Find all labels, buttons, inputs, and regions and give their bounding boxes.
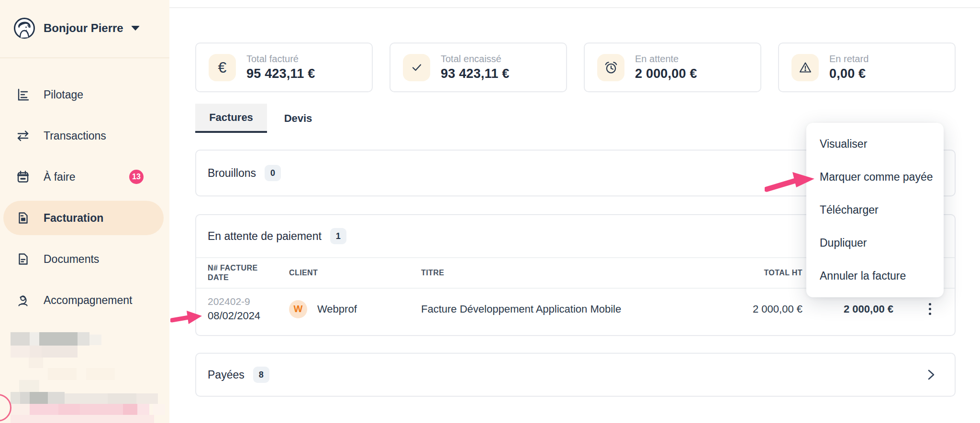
sidebar-item-label: Documents: [44, 253, 99, 266]
col-header-facture-date: N# FACTURE DATE: [208, 263, 289, 282]
chart-icon: [16, 87, 30, 102]
card-label: En retard: [829, 54, 869, 65]
sidebar-item-label: Pilotage: [44, 88, 83, 101]
card-en-retard: En retard 0,00 €: [778, 43, 956, 92]
check-icon: [403, 54, 430, 81]
sidebar-item-a-faire[interactable]: À faire 13: [3, 160, 164, 194]
user-avatar: [13, 17, 35, 39]
tab-devis[interactable]: Devis: [267, 104, 329, 133]
row-actions-kebab-button[interactable]: [920, 299, 939, 320]
invoice-total-ht: 2 000,00 €: [702, 303, 802, 315]
alarm-clock-icon: [597, 54, 624, 81]
sidebar-item-transactions[interactable]: Transactions: [3, 119, 164, 153]
chevron-down-icon: [131, 26, 140, 31]
app-root: Bonjour Pierre Pilotage Transactions: [0, 0, 980, 423]
chevron-right-icon[interactable]: [926, 368, 936, 382]
card-en-attente: En attente 2 000,00 €: [584, 43, 761, 92]
sidebar-item-pilotage[interactable]: Pilotage: [3, 77, 164, 112]
client-avatar: W: [289, 300, 307, 318]
sidebar-item-documents[interactable]: Documents: [3, 242, 164, 276]
transfer-arrows-icon: [16, 129, 30, 143]
tab-factures[interactable]: Factures: [195, 104, 267, 133]
client-name: Webprof: [317, 303, 357, 315]
col-header-total-ht: TOTAL HT: [702, 268, 802, 278]
section-count-badge: 0: [265, 165, 281, 181]
card-total-encaisse: Total encaissé 93 423,11 €: [390, 43, 567, 92]
invoice-icon: [16, 211, 30, 225]
user-menu[interactable]: Bonjour Pierre: [0, 0, 169, 39]
card-label: Total facturé: [246, 54, 315, 65]
invoice-quote-tabs: Factures Devis: [195, 104, 329, 133]
euro-icon: €: [209, 54, 236, 81]
col-header-titre: TITRE: [421, 268, 702, 278]
section-title: Payées: [208, 369, 245, 381]
card-label: En attente: [635, 54, 697, 65]
sidebar-item-accompagnement[interactable]: Accompagnement: [3, 283, 164, 317]
section-count-badge: 1: [330, 228, 346, 244]
redaction-ring: [0, 394, 11, 422]
menu-item-visualiser[interactable]: Visualiser: [806, 128, 944, 161]
warning-triangle-icon: [791, 54, 819, 81]
annotation-arrow-mark-paid: [765, 168, 817, 193]
row-actions-context-menu: Visualiser Marquer comme payée Télécharg…: [806, 123, 944, 297]
sidebar: Bonjour Pierre Pilotage Transactions: [0, 0, 169, 423]
section-title: En attente de paiement: [208, 230, 322, 243]
client-cell: W Webprof: [289, 300, 421, 318]
section-count-badge: 8: [253, 367, 269, 383]
sidebar-item-label: Facturation: [44, 212, 103, 225]
main-content: € Total facturé 95 423,11 € Total encais…: [169, 0, 980, 423]
menu-item-telecharger[interactable]: Télécharger: [806, 194, 944, 227]
col-header-client: CLIENT: [289, 268, 421, 278]
invoice-number-date: 202402-9 08/02/2024: [208, 296, 289, 322]
invoice-title: Facture Développement Application Mobile: [421, 303, 702, 315]
invoice-number: 202402-9: [208, 296, 289, 307]
menu-item-annuler-la-facture[interactable]: Annuler la facture: [806, 260, 944, 293]
section-title: Brouillons: [208, 167, 256, 180]
card-value: 95 423,11 €: [246, 66, 315, 81]
section-payees[interactable]: Payées 8: [195, 353, 956, 397]
document-icon: [16, 252, 30, 266]
todo-count-badge: 13: [129, 170, 144, 184]
support-person-icon: [16, 293, 30, 307]
sidebar-nav: Pilotage Transactions À faire 13: [0, 77, 169, 317]
sidebar-item-label: Accompagnement: [44, 294, 132, 307]
menu-item-dupliquer[interactable]: Dupliquer: [806, 227, 944, 260]
sidebar-item-label: Transactions: [44, 130, 106, 142]
calendar-icon: [16, 170, 30, 184]
summary-cards: € Total facturé 95 423,11 € Total encais…: [195, 43, 956, 92]
sidebar-divider: [0, 57, 169, 58]
sidebar-item-label: À faire: [44, 171, 75, 184]
invoice-date: 08/02/2024: [208, 310, 289, 322]
greeting-text: Bonjour Pierre: [44, 22, 123, 35]
menu-item-marquer-comme-payee[interactable]: Marquer comme payée: [806, 161, 944, 194]
invoice-total-ttc: 2 000,00 €: [802, 303, 893, 315]
card-label: Total encaissé: [441, 54, 509, 65]
card-value: 93 423,11 €: [441, 66, 509, 81]
card-value: 0,00 €: [829, 66, 869, 81]
top-divider: [169, 7, 980, 8]
card-value: 2 000,00 €: [635, 66, 697, 81]
card-total-facture: € Total facturé 95 423,11 €: [195, 43, 373, 92]
annotation-arrow-invoice-date: [170, 308, 204, 328]
sidebar-item-facturation[interactable]: Facturation: [3, 201, 164, 235]
